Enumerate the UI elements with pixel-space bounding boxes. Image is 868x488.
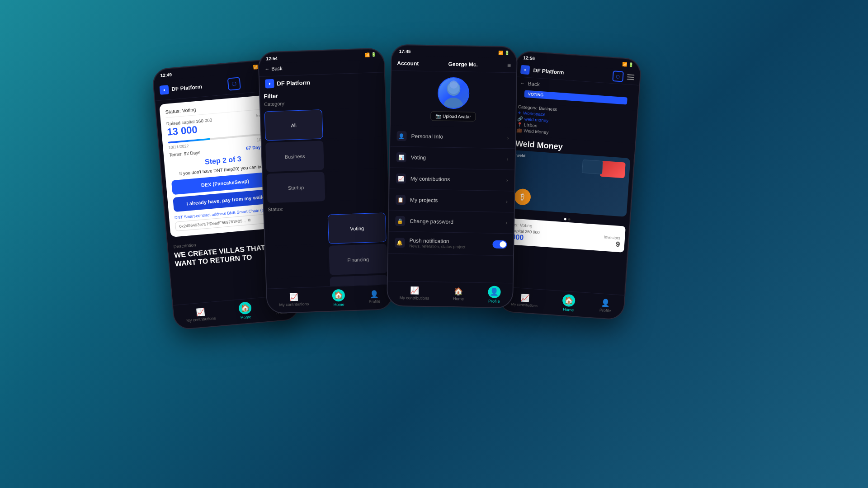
menu-password[interactable]: 🔒 Change password › [389,211,514,234]
address-text: 0x2456493e757fDeedF569781F05... [179,218,245,229]
phone4-time: 12:56 [523,55,535,61]
menu-icon[interactable]: ≡ [507,61,511,69]
phone2-contributions-label: My contributions [279,301,309,307]
phone1-app-name: DF Platform [171,84,203,93]
menu-projects[interactable]: 📋 My projects › [389,189,514,213]
phone4-app-name: DF Platform [533,67,564,76]
upload-label: Upload Avatar [443,114,471,119]
voting-label: Voting [411,154,507,162]
phone3-profile-icon: 👤 [488,286,500,298]
phone3-nav-contributions[interactable]: 📈 My contributions [400,286,429,300]
phone3-wifi: 📶 [498,51,503,55]
phone2-nav-home[interactable]: 🏠 Home [332,289,345,307]
phone1-logo: ♦ DF Platform [160,82,203,95]
phone4-logo-icon: ♦ [520,65,530,75]
phone2: 12:54 📶 🔋 ← Back ♦ DF Platform [258,47,393,314]
bitcoin-icon: ₿ [514,188,531,206]
phone2-wifi: 📶 [365,52,370,57]
back-label[interactable]: Back [271,66,283,71]
phone3-navbar: 📈 My contributions 🏠 Home 👤 Profile [387,281,513,308]
phone3-wrapper: 17:45 📶 🔋 Account George Mc. ≡ [387,44,518,309]
filter-all[interactable]: All [264,109,323,141]
menu-push: 🔔 Push notification News, referation, st… [388,232,514,256]
company-text: Weld Money [524,128,549,135]
date-start: 10/11/2022 [168,144,189,150]
phone4: 12:56 📶 🔋 ♦ DF Platform ⬡ ← Back [497,50,642,320]
phone2-profile-label: Profile [369,299,381,304]
phone3-time: 17:45 [399,48,411,53]
nav-contributions[interactable]: 📈 My contributions [185,306,216,323]
phone2-wrapper: 12:54 📶 🔋 ← Back ♦ DF Platform [258,47,393,314]
push-icon: 🔔 [395,238,405,248]
contributions-arrow-icon: › [506,177,508,183]
phone3-header: Account George Mc. ≡ [392,56,517,73]
phone4-nav-contributions[interactable]: 📈 My contributions [511,292,538,308]
menu-list: 👤 Personal Info › 📊 Voting › 📈 My contri… [388,126,515,283]
company-icon: 💼 [516,128,522,133]
phone2-logo-icon: ♦ [265,79,274,89]
phone2-nav-contributions[interactable]: 📈 My contributions [279,292,309,307]
p4-investors-right: Investors 9 [603,235,620,249]
upload-avatar-button[interactable]: 📷 Upload Avatar [430,111,476,122]
phone3-nav-profile[interactable]: 👤 Profile [488,286,501,303]
password-arrow-icon: › [505,220,507,226]
user-name: George Mc. [448,61,478,68]
phone4-nav-profile[interactable]: 👤 Profile [599,298,612,313]
dot-1 [564,218,566,220]
filter-voting[interactable]: Voting [328,212,387,244]
menu-voting[interactable]: 📊 Voting › [390,147,515,170]
phone4-status-icons: 📶 🔋 [622,62,634,67]
terms-text: Terms: 92 Days [169,150,200,158]
phone4-back-arrow: ← [519,80,525,87]
voting-icon: 📊 [396,152,406,162]
phone2-battery: 🔋 [371,52,376,57]
link-icon: 🔗 [517,116,523,122]
workspace-text[interactable]: Workspace [523,110,546,117]
phone3: 17:45 📶 🔋 Account George Mc. ≡ [387,44,518,309]
phone4-contributions-icon: 📈 [520,293,529,302]
menu-personal-info[interactable]: 👤 Personal Info › [390,126,515,149]
phone4-hamburger[interactable] [627,74,635,80]
filter-startup[interactable]: Startup [266,172,325,203]
phone-card-visual [582,160,603,174]
phone2-app-name: DF Platform [277,79,310,87]
voting-arrow-icon: › [507,156,509,162]
wifi-icon: 📶 [253,65,259,70]
push-section: Push notification News, referation, stat… [409,237,492,249]
push-toggle[interactable] [492,240,507,249]
svg-point-1 [443,98,463,109]
phone4-contributions-label: My contributions [511,302,538,308]
status-label: Status: [268,202,385,212]
phone2-nav-profile[interactable]: 👤 Profile [368,290,381,304]
phone3-home-icon: 🏠 [454,287,463,296]
logo-outline-icon[interactable]: ⬡ [227,77,241,90]
phone4-battery: 🔋 [628,62,634,67]
phone3-battery: 🔋 [505,51,509,55]
phone3-nav-home[interactable]: 🏠 Home [453,287,464,301]
menu-contributions[interactable]: 📈 My contributions › [389,168,514,192]
back-arrow-icon: ← [264,66,269,71]
phones-container: 12:49 📶 ▪▪▪ 🔋 ♦ DF Platform ⬡ [163,41,705,447]
website-text[interactable]: weld.money [524,117,549,123]
nav-home[interactable]: 🏠 Home [238,301,252,320]
phone3-contributions-label: My contributions [400,296,429,300]
copy-icon[interactable]: ⧉ [247,218,250,223]
personal-info-label: Personal Info [411,133,507,141]
password-icon: 🔒 [395,216,405,226]
phone4-outline-icon: ⬡ [612,70,624,82]
phone4-profile-label: Profile [599,308,611,313]
phone4-back-label[interactable]: Back [528,80,540,88]
wave-icon: ⬡ [616,74,620,79]
account-label: Account [397,60,419,67]
phone4-home-label: Home [563,307,574,313]
phone4-wrapper: 12:56 📶 🔋 ♦ DF Platform ⬡ ← Back [497,50,642,320]
phone3-profile-label: Profile [488,299,500,303]
phone4-wifi: 📶 [622,62,627,67]
phone2-home-icon: 🏠 [332,289,345,302]
phone4-nav-home[interactable]: 🏠 Home [562,294,576,313]
filter-business[interactable]: Business [265,141,324,172]
projects-arrow-icon: › [506,198,508,205]
contributions-menu-icon: 📈 [396,174,406,183]
contributions-menu-label: My contributions [410,175,506,183]
filter-financing[interactable]: Financing [329,244,387,275]
